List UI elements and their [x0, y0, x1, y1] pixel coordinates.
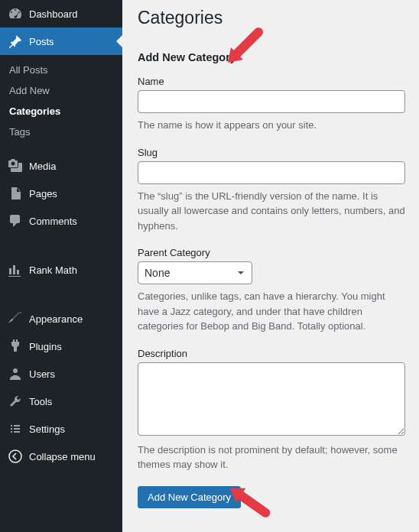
menu-label: Pages	[29, 188, 57, 200]
sidebar-item-rankmath[interactable]: Rank Math	[0, 256, 122, 284]
sidebar-item-comments[interactable]: Comments	[0, 207, 122, 235]
chart-icon	[8, 262, 23, 277]
sidebar-item-users[interactable]: Users	[0, 360, 122, 388]
sidebar-item-tools[interactable]: Tools	[0, 388, 122, 415]
field-name: Name The name is how it appears on your …	[138, 76, 405, 133]
menu-label: Tools	[29, 396, 52, 407]
description-help: The description is not prominent by defa…	[138, 443, 405, 472]
brush-icon	[8, 311, 23, 326]
parent-label: Parent Category	[138, 247, 405, 258]
parent-help: Categories, unlike tags, can have a hier…	[138, 289, 405, 334]
field-parent: Parent Category None Categories, unlike …	[138, 247, 405, 334]
sidebar-item-appearance[interactable]: Appearance	[0, 305, 122, 332]
media-icon	[8, 158, 23, 174]
dashboard-icon	[8, 6, 23, 21]
menu-label: Collapse menu	[29, 451, 96, 462]
sidebar-item-pages[interactable]: Pages	[0, 180, 122, 207]
menu-label: Posts	[29, 36, 54, 47]
admin-sidebar: Dashboard Posts All Posts Add New Catego…	[0, 0, 122, 532]
field-description: Description The description is not promi…	[138, 348, 405, 472]
menu-label: Users	[29, 368, 55, 380]
name-input[interactable]	[138, 90, 405, 113]
collapse-icon	[8, 449, 23, 464]
menu-label: Comments	[29, 216, 77, 227]
slug-label: Slug	[138, 147, 405, 158]
parent-select[interactable]: None	[138, 261, 252, 284]
name-help: The name is how it appears on your site.	[138, 118, 405, 133]
submenu-item-all-posts[interactable]: All Posts	[0, 60, 122, 80]
menu-label: Settings	[29, 423, 65, 435]
menu-label: Media	[29, 161, 56, 172]
add-category-heading: Add New Category	[138, 51, 405, 63]
users-icon	[8, 366, 23, 381]
menu-label: Dashboard	[29, 8, 78, 20]
submenu-item-add-new[interactable]: Add New	[0, 80, 122, 101]
slug-input[interactable]	[138, 161, 405, 184]
menu-label: Appearance	[29, 313, 83, 325]
plugin-icon	[8, 339, 23, 354]
comments-icon	[8, 213, 23, 229]
submenu-item-tags[interactable]: Tags	[0, 122, 122, 142]
description-label: Description	[138, 348, 405, 359]
posts-submenu: All Posts Add New Categories Tags	[0, 55, 122, 147]
pages-icon	[8, 186, 23, 201]
sidebar-item-collapse[interactable]: Collapse menu	[0, 443, 122, 470]
sidebar-item-posts[interactable]: Posts	[0, 28, 122, 55]
settings-icon	[8, 421, 23, 436]
sidebar-item-dashboard[interactable]: Dashboard	[0, 0, 122, 28]
menu-label: Plugins	[29, 341, 62, 352]
annotation-arrow	[222, 23, 268, 71]
sidebar-item-settings[interactable]: Settings	[0, 415, 122, 443]
menu-label: Rank Math	[29, 264, 77, 276]
svg-point-0	[9, 450, 21, 462]
submenu-item-categories[interactable]: Categories	[0, 101, 122, 122]
tools-icon	[8, 394, 23, 409]
main-content: Categories Add New Category Name The nam…	[122, 0, 419, 532]
add-category-button[interactable]: Add New Category	[138, 486, 241, 508]
sidebar-item-media[interactable]: Media	[0, 152, 122, 180]
pin-icon	[8, 34, 23, 49]
slug-help: The “slug” is the URL-friendly version o…	[138, 189, 405, 234]
page-title: Categories	[138, 8, 405, 28]
name-label: Name	[138, 76, 405, 87]
field-slug: Slug The “slug” is the URL-friendly vers…	[138, 147, 405, 234]
description-textarea[interactable]	[138, 362, 405, 436]
sidebar-item-plugins[interactable]: Plugins	[0, 332, 122, 360]
